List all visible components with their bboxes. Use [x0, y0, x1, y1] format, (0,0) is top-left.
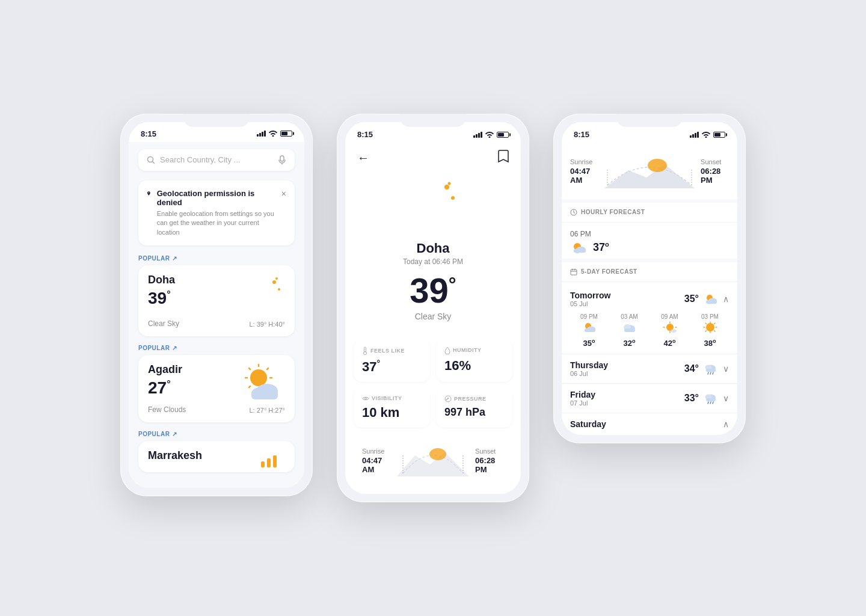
- svg-line-69: [714, 330, 715, 331]
- wifi-icon-3: [702, 129, 710, 140]
- detail-subtitle: Today at 06:46 PM: [357, 257, 509, 266]
- phone-1-inner: 8:15: [129, 122, 304, 488]
- svg-line-77: [713, 372, 713, 374]
- mic-icon[interactable]: [278, 155, 286, 165]
- phone-2: 8:15 ←: [337, 114, 529, 502]
- phone3-sunrise-card: Sunrise 04:47 AM: [562, 144, 737, 199]
- svg-point-3: [272, 280, 276, 284]
- sun-bars-icon: [255, 449, 285, 467]
- battery-icon-2: [497, 132, 509, 138]
- svg-rect-56: [624, 328, 635, 332]
- geo-text: Geolocation permission is denied Enable …: [157, 189, 275, 237]
- search-placeholder: Search Country, City ...: [160, 155, 273, 164]
- svg-point-63: [706, 323, 714, 331]
- phones-container: 8:15: [120, 114, 746, 502]
- phone-2-inner: 8:15 ←: [345, 122, 521, 494]
- hourly-forecast-section: HOURLY FORECAST 06 PM: [562, 203, 737, 259]
- svg-point-23: [451, 196, 455, 200]
- svg-line-83: [713, 402, 713, 404]
- city-lowhigh-agadir: L: 27° H:27°: [249, 407, 285, 414]
- bookmark-button[interactable]: [498, 150, 509, 166]
- city-name-doha: Doha: [148, 274, 175, 286]
- sunrise-info: Sunrise 04:47 AM: [362, 448, 391, 474]
- rainy-icon-friday: [704, 392, 718, 404]
- sunset-info: Sunset 06:28 PM: [475, 448, 504, 474]
- popular-label-agadir: POPULAR ↗: [138, 345, 295, 351]
- friday-expand-button[interactable]: ∨: [723, 393, 729, 403]
- city-card-marrakesh[interactable]: Marrakesh: [138, 441, 295, 472]
- svg-point-27: [365, 398, 367, 399]
- status-icons-2: [473, 129, 509, 140]
- city-card-doha[interactable]: Doha 39°: [138, 265, 295, 336]
- time-2: 8:15: [357, 130, 373, 139]
- svg-line-68: [705, 323, 707, 324]
- phone3-sun-arc: [604, 152, 695, 191]
- time-1: 8:15: [141, 129, 156, 138]
- phone3-sunset-info: Sunset 06:28 PM: [701, 158, 729, 185]
- svg-rect-50: [706, 300, 717, 304]
- back-button[interactable]: ←: [357, 151, 369, 165]
- clock-icon: [570, 209, 577, 216]
- signal-icon-2: [473, 132, 482, 138]
- tomorrow-collapse-button[interactable]: ∧: [723, 294, 729, 304]
- svg-rect-43: [571, 270, 577, 275]
- forecast-day-friday[interactable]: Friday 07 Jul 33°: [562, 384, 737, 413]
- eye-icon: [362, 396, 369, 401]
- moon-icon-lg: [403, 178, 463, 232]
- phone3-sunrise-info: Sunrise 04:47 AM: [570, 158, 598, 185]
- five-day-forecast-section: 5-DAY FORECAST Tomorrow 05 Jul 35°: [562, 262, 737, 435]
- status-icons-1: [257, 130, 292, 138]
- svg-rect-74: [706, 369, 716, 372]
- partly-cloudy-icon-hourly: [570, 241, 587, 254]
- moon-icon-doha: [243, 274, 285, 316]
- forecast-day-saturday[interactable]: Saturday ∧: [562, 413, 737, 435]
- svg-rect-18: [251, 392, 278, 399]
- forecast-day-thursday[interactable]: Thursday 06 Jul 34°: [562, 354, 737, 384]
- thursday-expand-button[interactable]: ∨: [723, 364, 729, 374]
- svg-point-31: [429, 448, 446, 460]
- popular-label-doha: POPULAR ↗: [138, 255, 295, 262]
- sunrise-sunset-card: Sunrise 04:47 AM: [354, 434, 512, 488]
- stat-visibility: VISIBILITY 10 km: [354, 388, 430, 428]
- signal-icon-1: [257, 131, 266, 137]
- city-card-agadir[interactable]: Agadir 27°: [138, 355, 295, 422]
- detail-nav: ←: [345, 144, 521, 166]
- geo-title: Geolocation permission is denied: [157, 189, 275, 207]
- status-icons-3: [690, 129, 725, 140]
- svg-point-5: [275, 277, 278, 280]
- search-bar[interactable]: Search Country, City ...: [138, 149, 295, 171]
- geo-close-button[interactable]: ×: [281, 189, 286, 199]
- calendar-icon: [570, 268, 577, 276]
- stats-grid: FEELS LIKE 37° HUMIDITY 16%: [345, 333, 521, 434]
- battery-icon-3: [713, 132, 725, 138]
- saturday-expand-button[interactable]: ∧: [723, 419, 729, 429]
- sun-cloud-icon-agadir: [239, 363, 285, 402]
- svg-rect-1: [280, 156, 284, 161]
- popular-label-marrakesh: POPULAR ↗: [138, 431, 295, 437]
- city-lowhigh-doha: L: 39° H:40°: [249, 321, 285, 328]
- detail-condition: Clear Sky: [357, 312, 509, 321]
- svg-line-71: [705, 330, 707, 331]
- location-icon: [147, 189, 151, 199]
- tomorrow-detail: 09 PM 35o 03 AM: [570, 313, 729, 348]
- hourly-header: HOURLY FORECAST: [562, 203, 737, 220]
- city-desc-agadir: Few Clouds: [148, 405, 186, 414]
- svg-rect-19: [261, 461, 265, 467]
- stat-humidity: HUMIDITY 16%: [436, 339, 512, 382]
- svg-point-4: [278, 288, 280, 291]
- wifi-icon-1: [269, 130, 277, 138]
- svg-line-75: [708, 372, 708, 374]
- svg-rect-25: [364, 347, 366, 352]
- city-temp-agadir: 27°: [148, 378, 182, 398]
- forecast-day-tomorrow[interactable]: Tomorrow 05 Jul 35°: [562, 285, 737, 354]
- drop-icon: [444, 346, 450, 354]
- city-name-agadir: Agadir: [148, 363, 182, 376]
- phone-3: 8:15: [553, 114, 746, 443]
- detail-city-name: Doha: [357, 241, 509, 256]
- svg-rect-21: [273, 455, 277, 467]
- stat-pressure: PRESSURE 997 hPa: [436, 388, 512, 428]
- signal-icon-3: [690, 132, 699, 138]
- detail-big-temp: 39°: [357, 273, 509, 308]
- svg-line-70: [714, 323, 715, 324]
- time-3: 8:15: [574, 130, 589, 139]
